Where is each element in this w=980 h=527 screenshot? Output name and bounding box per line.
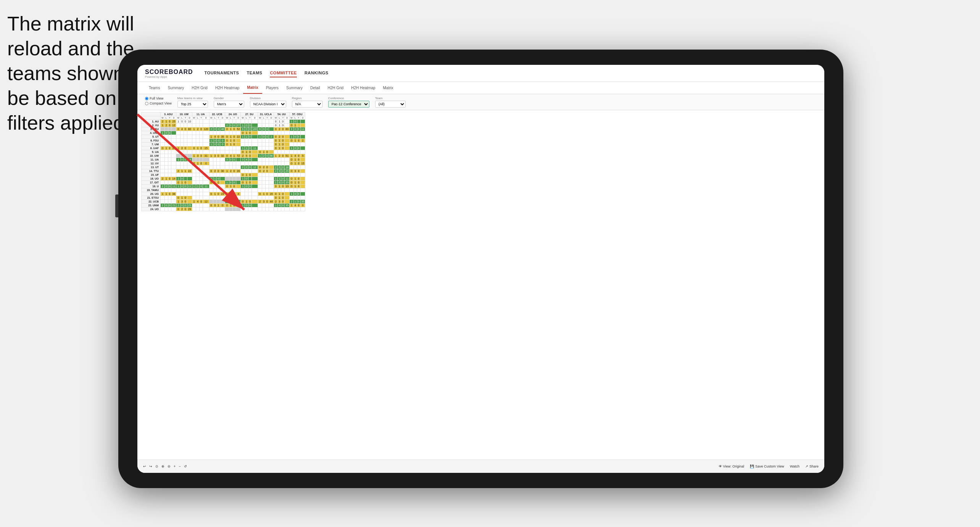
matrix-cell: 1 [245, 135, 248, 139]
team-label-cell: 11. UA [142, 158, 161, 162]
matrix-cell: 1 [290, 135, 294, 139]
gender-select[interactable]: Men's [214, 101, 244, 108]
matrix-cell-empty [248, 139, 251, 143]
matrix-cell [269, 169, 274, 173]
team-select[interactable]: (All) [375, 101, 406, 108]
save-custom-button[interactable]: 💾 Save Custom View [750, 464, 784, 468]
redo-button[interactable]: ↪ [149, 464, 152, 468]
region-select[interactable]: N/A [292, 101, 322, 108]
matrix-content-area[interactable]: 3. ASU 10. UW 11. UA 22. UCB 24. UO 27. … [137, 110, 824, 460]
matrix-cell-empty [281, 158, 285, 162]
matrix-cell-empty [192, 207, 196, 211]
team-label-cell: 6. FSU [142, 139, 161, 143]
matrix-cell: 0 [241, 181, 245, 185]
sub-nav-summary2[interactable]: Summary [282, 82, 306, 94]
matrix-cell-empty [203, 207, 210, 211]
matrix-cell-empty [203, 120, 210, 124]
matrix-cell: 35 [220, 135, 225, 139]
matrix-cell: 4 [213, 135, 217, 139]
matrix-cell: 1 [225, 200, 229, 204]
matrix-cell [300, 146, 305, 150]
matrix-cell-empty [196, 135, 200, 139]
matrix-cell-empty [262, 188, 266, 192]
matrix-cell-empty [213, 185, 217, 188]
matrix-cell-self [192, 158, 196, 162]
matrix-cell: 0 [297, 154, 300, 158]
matrix-cell [300, 185, 305, 188]
matrix-cell: 1 [164, 192, 168, 196]
matrix-cell-empty [196, 139, 200, 143]
matrix-cell: 1 [229, 192, 232, 196]
matrix-cell: 0 [297, 192, 300, 196]
matrix-cell: 0 [184, 181, 187, 185]
reset-button[interactable]: ⊙ [155, 464, 158, 468]
matrix-cell-empty [171, 143, 176, 146]
matrix-cell: 0 [281, 154, 285, 158]
matrix-cell-empty [200, 131, 203, 135]
sub-nav-h2h-grid2[interactable]: H2H Grid [324, 82, 347, 94]
matrix-cell-empty [297, 165, 300, 169]
nav-tournaments[interactable]: TOURNAMENTS [205, 69, 239, 77]
undo-button[interactable]: ↩ [143, 464, 146, 468]
minus-button[interactable]: − [179, 464, 181, 468]
footer-toolbar: ↩ ↪ ⊙ ⊕ ⊖ + − ↺ 👁 View: Original 💾 [137, 460, 824, 473]
matrix-cell-empty [187, 192, 192, 196]
nav-committee[interactable]: COMMITTEE [270, 69, 297, 77]
matrix-cell-empty [217, 196, 220, 200]
matrix-cell: 60 [285, 127, 290, 131]
matrix-cell-empty [278, 131, 281, 135]
share-button[interactable]: ↗ Share [805, 464, 819, 468]
matrix-cell-empty [220, 188, 225, 192]
matrix-cell-empty [269, 185, 274, 188]
max-teams-select[interactable]: Top 25 [177, 101, 208, 108]
matrix-cell-empty [262, 131, 266, 135]
matrix-cell-empty [176, 173, 181, 177]
matrix-cell [285, 124, 290, 127]
sub-nav-teams[interactable]: Teams [145, 82, 164, 94]
sub-nav-h2h-heatmap2[interactable]: H2H Heatmap [347, 82, 379, 94]
compact-view-label: Compact View [150, 101, 172, 105]
share-icon: ↗ [805, 464, 808, 468]
matrix-cell: 38 [171, 192, 176, 196]
sub-nav-players[interactable]: Players [262, 82, 282, 94]
refresh-button[interactable]: ↺ [184, 464, 187, 468]
view-original-button[interactable]: 👁 View: Original [719, 464, 744, 468]
matrix-cell: 1 [278, 139, 281, 143]
division-select[interactable]: NCAA Division I [250, 101, 286, 108]
matrix-cell: 0 [274, 139, 278, 143]
matrix-cell-empty [196, 165, 200, 169]
matrix-cell: 0 [225, 185, 229, 188]
table-row: 2. VU120122002710001001 [142, 124, 305, 127]
sub-nav-matrix1[interactable]: Matrix [243, 82, 262, 94]
matrix-cell-empty [196, 177, 200, 181]
sub-nav-h2h-grid1[interactable]: H2H Grid [188, 82, 211, 94]
zoom-fit-button[interactable]: ⊕ [161, 464, 164, 468]
sub-nav-summary1[interactable]: Summary [164, 82, 188, 94]
matrix-cell: 2 [180, 146, 184, 150]
conference-select[interactable]: Pac-12 Conference [328, 101, 369, 108]
compact-view-radio[interactable]: Compact View [145, 101, 172, 105]
plus-button[interactable]: + [174, 464, 176, 468]
sub-nav-h2h-heatmap1[interactable]: H2H Heatmap [211, 82, 243, 94]
matrix-cell: 0 [180, 120, 184, 124]
matrix-cell-empty [217, 124, 220, 127]
matrix-cell: 0 [164, 185, 168, 188]
matrix-cell [300, 124, 305, 127]
sub-nav-matrix2[interactable]: Matrix [379, 82, 397, 94]
matrix-cell-empty [281, 131, 285, 135]
watch-button[interactable]: Watch [790, 464, 799, 468]
matrix-cell: 0 [281, 192, 285, 196]
full-view-radio[interactable]: Full View [145, 96, 172, 100]
nav-rankings[interactable]: RANKINGS [305, 69, 329, 77]
matrix-cell-empty [176, 165, 181, 169]
matrix-cell-empty [245, 143, 248, 146]
sub-nav-detail[interactable]: Detail [306, 82, 324, 94]
nav-teams[interactable]: TEAMS [247, 69, 262, 77]
matrix-cell: 0 [245, 124, 248, 127]
matrix-cell-empty [251, 120, 258, 124]
matrix-cell: 0 [281, 200, 285, 204]
matrix-cell-empty [209, 196, 213, 200]
matrix-cell [220, 177, 225, 181]
matrix-cell: 1 [245, 200, 248, 204]
zoom-out-button[interactable]: ⊖ [168, 464, 171, 468]
